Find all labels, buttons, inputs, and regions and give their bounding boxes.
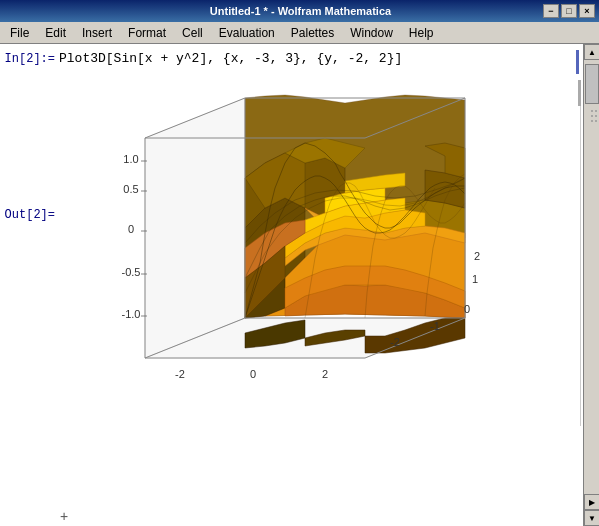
svg-text:-0.5: -0.5 <box>122 266 141 278</box>
right-scrollbar[interactable]: ▲ ▶ ▼ <box>583 44 599 526</box>
menu-bar: File Edit Insert Format Cell Evaluation … <box>0 22 599 44</box>
svg-text:2: 2 <box>474 250 480 262</box>
menu-window[interactable]: Window <box>342 22 401 43</box>
menu-help[interactable]: Help <box>401 22 442 43</box>
plot-svg: 1.0 0.5 0 -0.5 -1.0 -2 0 2 <box>85 78 545 418</box>
notebook: In[2]:= Plot3D[Sin[x + y^2], {x, -3, 3},… <box>0 44 583 526</box>
svg-text:-1: -1 <box>430 320 440 332</box>
scroll-track[interactable] <box>584 60 599 494</box>
3d-plot[interactable]: 1.0 0.5 0 -0.5 -1.0 -2 0 2 <box>85 78 545 418</box>
menu-edit[interactable]: Edit <box>37 22 74 43</box>
svg-text:1: 1 <box>472 273 478 285</box>
plot-container[interactable]: 1.0 0.5 0 -0.5 -1.0 -2 0 2 <box>59 78 571 504</box>
close-button[interactable]: × <box>579 4 595 18</box>
input-code[interactable]: Plot3D[Sin[x + y^2], {x, -3, 3}, {y, -2,… <box>59 50 571 68</box>
svg-text:-1.0: -1.0 <box>122 308 141 320</box>
scroll-up-button[interactable]: ▲ <box>584 44 599 60</box>
svg-text:0: 0 <box>128 223 134 235</box>
menu-format[interactable]: Format <box>120 22 174 43</box>
menu-file[interactable]: File <box>2 22 37 43</box>
svg-text:2: 2 <box>322 368 328 380</box>
svg-text:-2: -2 <box>390 336 400 348</box>
input-cell: In[2]:= Plot3D[Sin[x + y^2], {x, -3, 3},… <box>0 44 583 78</box>
main-area: In[2]:= Plot3D[Sin[x + y^2], {x, -3, 3},… <box>0 44 599 526</box>
minimize-button[interactable]: − <box>543 4 559 18</box>
output-area: Out[2]= <box>0 78 583 504</box>
cell-adder[interactable]: + <box>0 504 583 526</box>
svg-text:1.0: 1.0 <box>123 153 138 165</box>
menu-cell[interactable]: Cell <box>174 22 211 43</box>
input-label: In[2]:= <box>4 50 59 66</box>
svg-marker-1 <box>145 98 245 358</box>
scroll-down-button[interactable]: ▼ <box>584 510 599 526</box>
scroll-thumb[interactable] <box>585 64 599 104</box>
menu-insert[interactable]: Insert <box>74 22 120 43</box>
title-bar: Untitled-1 * - Wolfram Mathematica − □ × <box>0 0 599 22</box>
svg-text:0: 0 <box>464 303 470 315</box>
svg-text:-2: -2 <box>175 368 185 380</box>
svg-text:0.5: 0.5 <box>123 183 138 195</box>
maximize-button[interactable]: □ <box>561 4 577 18</box>
svg-text:0: 0 <box>250 368 256 380</box>
menu-evaluation[interactable]: Evaluation <box>211 22 283 43</box>
menu-palettes[interactable]: Palettes <box>283 22 342 43</box>
code-text: Plot3D[Sin[x + y^2], {x, -3, 3}, {y, -2,… <box>59 51 402 66</box>
cell-brackets <box>571 78 583 504</box>
output-label-wrapper: Out[2]= <box>0 78 59 504</box>
window-controls[interactable]: − □ × <box>543 4 595 18</box>
scroll-right-page-button[interactable]: ▶ <box>584 494 599 510</box>
scroll-dots <box>591 110 597 122</box>
output-label: Out[2]= <box>4 208 59 222</box>
window-title: Untitled-1 * - Wolfram Mathematica <box>58 5 543 17</box>
